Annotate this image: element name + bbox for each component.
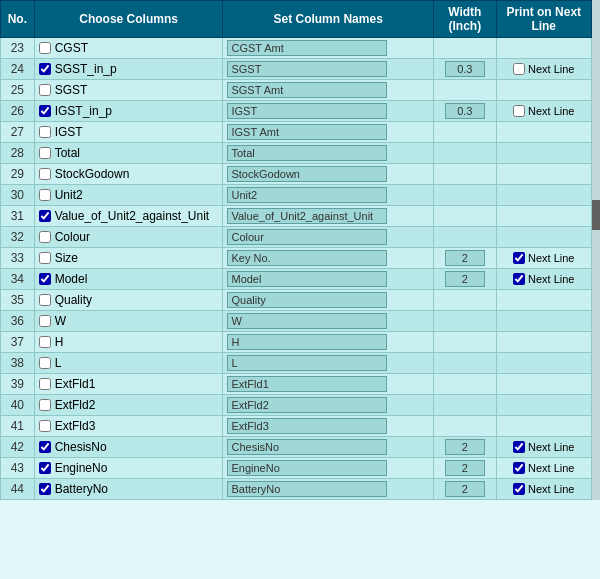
setname-cell [223, 59, 433, 80]
width-input[interactable] [445, 271, 485, 287]
print-cell [496, 185, 591, 206]
row-number: 29 [1, 164, 35, 185]
setname-input[interactable] [227, 229, 387, 245]
width-cell [433, 227, 496, 248]
setname-input[interactable] [227, 397, 387, 413]
choose-checkbox[interactable] [39, 126, 51, 138]
row-number: 39 [1, 374, 35, 395]
choose-label-text: EngineNo [55, 461, 108, 475]
choose-checkbox[interactable] [39, 273, 51, 285]
choose-checkbox[interactable] [39, 210, 51, 222]
next-line-label: Next Line [528, 105, 574, 117]
setname-input[interactable] [227, 145, 387, 161]
table-row: 28Total [1, 143, 600, 164]
setname-input[interactable] [227, 208, 387, 224]
print-cell: Next Line [496, 479, 591, 500]
choose-checkbox[interactable] [39, 147, 51, 159]
choose-checkbox[interactable] [39, 357, 51, 369]
width-input[interactable] [445, 250, 485, 266]
setname-input[interactable] [227, 292, 387, 308]
width-input[interactable] [445, 61, 485, 77]
setname-input[interactable] [227, 334, 387, 350]
setname-input[interactable] [227, 355, 387, 371]
width-input[interactable] [445, 103, 485, 119]
setname-input[interactable] [227, 271, 387, 287]
choose-checkbox[interactable] [39, 168, 51, 180]
setname-input[interactable] [227, 418, 387, 434]
setname-input[interactable] [227, 376, 387, 392]
choose-cell: IGST_in_p [34, 101, 223, 122]
choose-checkbox[interactable] [39, 462, 51, 474]
row-number: 36 [1, 311, 35, 332]
next-line-checkbox[interactable] [513, 483, 525, 495]
choose-cell: ExtFld1 [34, 374, 223, 395]
choose-checkbox[interactable] [39, 294, 51, 306]
table-row: 34ModelNext Line [1, 269, 600, 290]
setname-cell [223, 395, 433, 416]
choose-checkbox[interactable] [39, 315, 51, 327]
choose-checkbox[interactable] [39, 252, 51, 264]
table-row: 31Value_of_Unit2_against_Unit [1, 206, 600, 227]
next-line-checkbox[interactable] [513, 462, 525, 474]
next-line-checkbox[interactable] [513, 252, 525, 264]
table-wrapper: No. Choose Columns Set Column Names Widt… [0, 0, 600, 500]
choose-checkbox[interactable] [39, 231, 51, 243]
print-cell: Next Line [496, 101, 591, 122]
setname-input[interactable] [227, 82, 387, 98]
choose-checkbox[interactable] [39, 420, 51, 432]
choose-checkbox[interactable] [39, 189, 51, 201]
columns-table: No. Choose Columns Set Column Names Widt… [0, 0, 600, 500]
setname-input[interactable] [227, 103, 387, 119]
choose-cell: SGST [34, 80, 223, 101]
setname-input[interactable] [227, 481, 387, 497]
choose-checkbox[interactable] [39, 336, 51, 348]
width-cell [433, 458, 496, 479]
choose-checkbox[interactable] [39, 399, 51, 411]
width-cell [433, 353, 496, 374]
print-cell [496, 416, 591, 437]
table-row: 40ExtFld2 [1, 395, 600, 416]
setname-input[interactable] [227, 166, 387, 182]
next-line-checkbox[interactable] [513, 441, 525, 453]
choose-label-text: Value_of_Unit2_against_Unit [55, 209, 210, 223]
choose-cell: ChesisNo [34, 437, 223, 458]
width-cell [433, 290, 496, 311]
setname-input[interactable] [227, 61, 387, 77]
width-cell [433, 101, 496, 122]
next-line-checkbox[interactable] [513, 105, 525, 117]
scrollbar-thumb[interactable] [592, 200, 600, 230]
row-number: 28 [1, 143, 35, 164]
width-input[interactable] [445, 481, 485, 497]
width-cell [433, 206, 496, 227]
setname-input[interactable] [227, 460, 387, 476]
setname-input[interactable] [227, 124, 387, 140]
choose-checkbox[interactable] [39, 42, 51, 54]
width-input[interactable] [445, 439, 485, 455]
choose-checkbox[interactable] [39, 84, 51, 96]
choose-checkbox[interactable] [39, 441, 51, 453]
choose-checkbox[interactable] [39, 483, 51, 495]
choose-checkbox[interactable] [39, 105, 51, 117]
next-line-checkbox[interactable] [513, 63, 525, 75]
vertical-scrollbar[interactable] [592, 0, 600, 500]
choose-cell: Size [34, 248, 223, 269]
choose-cell: Model [34, 269, 223, 290]
choose-checkbox[interactable] [39, 63, 51, 75]
width-cell [433, 80, 496, 101]
row-number: 31 [1, 206, 35, 227]
choose-label-text: SGST_in_p [55, 62, 117, 76]
print-cell [496, 395, 591, 416]
header-setname: Set Column Names [223, 1, 433, 38]
setname-input[interactable] [227, 40, 387, 56]
table-row: 41ExtFld3 [1, 416, 600, 437]
width-input[interactable] [445, 460, 485, 476]
next-line-checkbox[interactable] [513, 273, 525, 285]
setname-input[interactable] [227, 187, 387, 203]
setname-input[interactable] [227, 313, 387, 329]
next-line-label: Next Line [528, 273, 574, 285]
row-number: 27 [1, 122, 35, 143]
setname-input[interactable] [227, 250, 387, 266]
choose-checkbox[interactable] [39, 378, 51, 390]
setname-input[interactable] [227, 439, 387, 455]
setname-cell [223, 269, 433, 290]
